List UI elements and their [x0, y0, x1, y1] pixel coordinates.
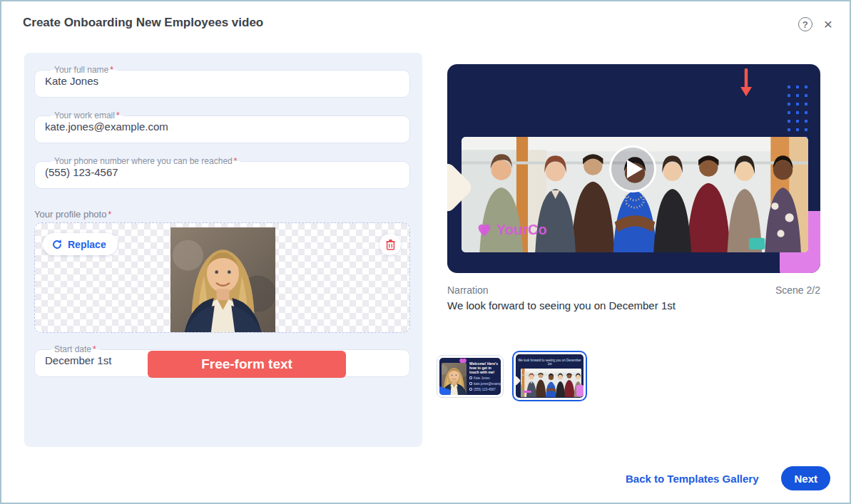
video-preview[interactable]: We look forward to seeing you on Decembe…	[447, 64, 820, 273]
scene-1-thumbnail[interactable]: Welcome! Here's how to get in touch with…	[437, 355, 504, 398]
scene-2-photo	[521, 369, 581, 397]
start-date-label: Start date	[54, 344, 91, 354]
narration-header: Narration Scene 2/2	[447, 284, 820, 296]
footer-actions: Back to Templates Gallery Next	[626, 464, 830, 493]
pink-shape-decoration	[576, 385, 584, 396]
close-icon[interactable]: ×	[824, 17, 832, 31]
replace-photo-label: Replace	[68, 239, 106, 250]
phone-number-label: Your phone number where you can be reach…	[54, 156, 233, 166]
scene-thumbnails: Welcome! Here's how to get in touch with…	[437, 351, 587, 401]
scene-1-caption: Welcome! Here's how to get in touch with…	[469, 361, 501, 374]
page-title: Create Onboarding New Employees video	[23, 16, 263, 30]
next-button[interactable]: Next	[781, 466, 830, 490]
required-asterisk: *	[108, 210, 111, 220]
required-asterisk: *	[93, 344, 96, 354]
full-name-field[interactable]: Your full name* Kate Jones	[34, 66, 410, 98]
create-video-dialog: { "header": { "title": "Create Onboardin…	[0, 0, 851, 504]
phone-number-field[interactable]: Your phone number where you can be reach…	[34, 157, 410, 189]
person-icon	[469, 376, 472, 379]
profile-photo-dropzone[interactable]: Replace	[34, 222, 410, 333]
profile-photo-image	[170, 227, 275, 332]
diamond-decoration	[516, 376, 521, 386]
scene-2-caption: We look forward to seeing you on Decembe…	[516, 359, 584, 366]
phone-icon	[469, 388, 472, 391]
back-to-templates-link[interactable]: Back to Templates Gallery	[626, 473, 758, 485]
full-name-value[interactable]: Kate Jones	[45, 75, 399, 87]
refresh-icon	[51, 239, 63, 250]
profile-photo-label: Your profile photo*	[34, 209, 111, 220]
work-email-value[interactable]: kate.jones@example.com	[45, 120, 399, 133]
heart-icon	[476, 221, 493, 238]
free-form-text-annotation: Free-form text	[148, 351, 346, 378]
company-logo-text: YourCo	[496, 222, 547, 238]
trash-icon	[385, 239, 396, 250]
scene-1-contacts: Kate Jones kate.jones@example.com (555) …	[469, 376, 501, 391]
work-email-label: Your work email	[54, 110, 115, 120]
full-name-label: Your full name	[54, 65, 108, 75]
delete-photo-button[interactable]	[379, 234, 401, 255]
red-arrow-annotation	[738, 68, 754, 97]
required-asterisk: *	[116, 110, 120, 120]
required-asterisk: *	[234, 156, 238, 166]
dots-decoration	[785, 83, 810, 143]
narration-text: We look forward to seeing you on Decembe…	[447, 299, 820, 312]
scene-counter: Scene 2/2	[775, 284, 820, 296]
work-email-field[interactable]: Your work email* kate.jones@example.com	[34, 111, 410, 143]
form-panel: Your full name* Kate Jones Your work ema…	[24, 53, 422, 447]
company-logo-mini	[523, 391, 531, 393]
header-actions: ? ×	[798, 17, 832, 31]
company-logo: YourCo	[476, 221, 547, 238]
scene-2-thumbnail-selected[interactable]: We look forward to seeing you on Decembe…	[512, 351, 587, 401]
replace-photo-button[interactable]: Replace	[43, 233, 118, 255]
required-asterisk: *	[110, 65, 113, 75]
email-icon	[469, 382, 472, 385]
help-icon[interactable]: ?	[798, 17, 812, 31]
play-button[interactable]	[609, 145, 656, 192]
phone-number-value[interactable]: (555) 123-4567	[45, 166, 399, 178]
narration-label: Narration	[447, 284, 489, 296]
